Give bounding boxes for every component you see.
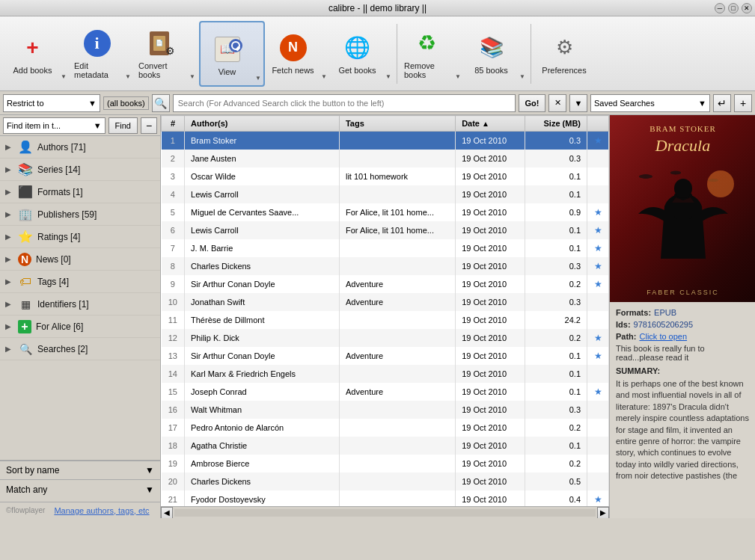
col-author[interactable]: Author(s)	[185, 116, 340, 132]
formats-value: EPUB	[654, 308, 676, 317]
convert-books-button[interactable]: 📄 ⚙ Convert books	[135, 21, 187, 87]
close-button[interactable]: ✕	[742, 3, 752, 13]
books-count-arrow-icon: ▼	[519, 73, 525, 80]
table-row[interactable]: 2 Jane Austen 19 Oct 2010 0.3	[162, 150, 609, 167]
svg-point-5	[675, 172, 681, 174]
table-row[interactable]: 5 Miguel de Cervantes Saave... For Alice…	[162, 203, 609, 221]
cell-date: 19 Oct 2010	[456, 239, 525, 257]
flag-icon: ★	[594, 243, 602, 253]
sidebar-item-tags[interactable]: ▶ 🏷 Tags [4]	[0, 271, 160, 293]
minimize-button[interactable]: ─	[715, 3, 725, 13]
col-date[interactable]: Date ▲	[456, 116, 525, 132]
save-search-button[interactable]: ↵	[713, 94, 731, 112]
sidebar-item-series[interactable]: ▶ 📚 Series [14]	[0, 159, 160, 181]
sidebar-item-publishers[interactable]: ▶ 🏢 Publishers [59]	[0, 203, 160, 226]
table-row[interactable]: 15 Joseph Conrad Adventure 19 Oct 2010 0…	[162, 383, 609, 401]
table-row[interactable]: 8 Charles Dickens 19 Oct 2010 0.3 ★	[162, 257, 609, 275]
table-row[interactable]: 6 Lewis Carroll For Alice, lit 101 home.…	[162, 221, 609, 239]
add-books-button[interactable]: + Add books	[6, 21, 58, 87]
get-books-button[interactable]: 🌐 Get books	[331, 21, 383, 87]
col-size[interactable]: Size (MB)	[525, 116, 587, 132]
book-cover: Bram Stoker Dracula	[610, 115, 755, 302]
fetch-news-button[interactable]: N Fetch news	[266, 21, 319, 87]
find-button[interactable]: Find	[108, 117, 138, 134]
table-row[interactable]: 13 Sir Arthur Conan Doyle Adventure 19 O…	[162, 347, 609, 365]
saved-searches-combo[interactable]: Saved Searches ▼	[590, 94, 710, 112]
books-count-dropdown[interactable]: ▼	[517, 21, 528, 87]
table-row[interactable]: 17 Pedro Antonio de Alarcón 19 Oct 2010 …	[162, 419, 609, 437]
view-dropdown[interactable]: ▼	[253, 22, 263, 88]
search-history-button[interactable]: ▼	[569, 94, 587, 112]
restrict-to-combo[interactable]: Restrict to ▼	[3, 94, 100, 112]
cell-tags: Adventure	[339, 275, 455, 293]
get-books-label: Get books	[338, 66, 376, 75]
sidebar-item-foralice[interactable]: ▶ + For Alice [6]	[0, 316, 160, 338]
table-row[interactable]: 7 J. M. Barrie 19 Oct 2010 0.1 ★	[162, 239, 609, 257]
sidebar-item-identifiers[interactable]: ▶ ▦ Identifiers [1]	[0, 293, 160, 316]
flag-icon: ★	[594, 494, 602, 505]
clear-search-button[interactable]: ✕	[548, 94, 566, 112]
convert-books-dropdown[interactable]: ▼	[187, 21, 198, 87]
sort-by-combo[interactable]: Sort by name ▼	[0, 461, 160, 480]
book-table[interactable]: # Author(s) Tags Date ▲ Size (MB) 1 Bram…	[161, 115, 609, 506]
table-row[interactable]: 10 Jonathan Swift Adventure 19 Oct 2010 …	[162, 293, 609, 311]
remove-books-dropdown[interactable]: ▼	[453, 21, 463, 87]
table-row[interactable]: 1 Bram Stoker 19 Oct 2010 0.3 ★	[162, 132, 609, 150]
cell-flag: ★	[587, 257, 609, 275]
get-books-icon: 🌐	[343, 33, 373, 63]
col-flag[interactable]	[587, 116, 609, 132]
cell-num: 3	[162, 167, 185, 185]
fetch-news-dropdown[interactable]: ▼	[319, 21, 329, 87]
books-count-button[interactable]: 📚 85 books	[465, 21, 517, 87]
cell-num: 9	[162, 275, 185, 293]
scroll-track[interactable]	[174, 509, 596, 517]
add-saved-search-button[interactable]: +	[734, 94, 752, 112]
sidebar-item-searches[interactable]: ▶ 🔍 Searches [2]	[0, 338, 160, 360]
find-in-combo[interactable]: Find item in t... ▼	[3, 117, 106, 134]
col-tags[interactable]: Tags	[339, 116, 455, 132]
table-row[interactable]: 19 Ambrose Bierce 19 Oct 2010 0.2	[162, 455, 609, 473]
table-row[interactable]: 4 Lewis Carroll 19 Oct 2010 0.1	[162, 185, 609, 203]
table-row[interactable]: 20 Charles Dickens 19 Oct 2010 0.5	[162, 473, 609, 490]
cell-flag: ★	[587, 490, 609, 507]
horizontal-scrollbar[interactable]: ◀ ▶	[161, 506, 609, 518]
sidebar-item-ratings[interactable]: ▶ ⭐ Ratings [4]	[0, 226, 160, 248]
go-button[interactable]: Go!	[519, 94, 545, 112]
find-minus-button[interactable]: −	[141, 117, 157, 134]
table-row[interactable]: 11 Thérèse de Dillmont 19 Oct 2010 24.2	[162, 311, 609, 329]
sidebar-item-news[interactable]: ▶ N News [0]	[0, 248, 160, 271]
advanced-search-button[interactable]: 🔍	[152, 94, 170, 112]
edit-metadata-button[interactable]: i Edit metadata	[70, 21, 123, 87]
view-icon: 📖	[213, 34, 242, 64]
edit-metadata-dropdown[interactable]: ▼	[123, 21, 133, 87]
cell-size: 0.1	[525, 185, 587, 203]
table-row[interactable]: 21 Fyodor Dostoyevsky 19 Oct 2010 0.4 ★	[162, 490, 609, 507]
scroll-right-button[interactable]: ▶	[597, 507, 609, 519]
cell-author: Oscar Wilde	[185, 167, 340, 185]
match-combo[interactable]: Match any ▼	[0, 480, 160, 499]
remove-books-button[interactable]: ♻ Remove books	[400, 21, 453, 87]
table-row[interactable]: 12 Philip K. Dick 19 Oct 2010 0.2 ★	[162, 329, 609, 347]
sidebar-item-formats[interactable]: ▶ ⬛ Formats [1]	[0, 181, 160, 203]
preferences-button[interactable]: ⚙ Preferences	[534, 21, 594, 87]
maximize-button[interactable]: □	[728, 3, 739, 13]
table-row[interactable]: 18 Agatha Christie 19 Oct 2010 0.1	[162, 437, 609, 455]
col-num[interactable]: #	[162, 116, 185, 132]
add-books-dropdown[interactable]: ▼	[58, 21, 69, 87]
sidebar-item-authors[interactable]: ▶ 👤 Authors [71]	[0, 136, 160, 159]
path-link[interactable]: Click to open	[640, 332, 688, 341]
scroll-left-button[interactable]: ◀	[161, 507, 173, 519]
table-row[interactable]: 9 Sir Arthur Conan Doyle Adventure 19 Oc…	[162, 275, 609, 293]
bottom-bar: ©flowplayer Manage authors, tags, etc	[0, 502, 160, 518]
table-row[interactable]: 16 Walt Whitman 19 Oct 2010 0.3	[162, 401, 609, 419]
identifiers-expand-icon: ▶	[3, 299, 13, 310]
table-row[interactable]: 3 Oscar Wilde lit 101 homework 19 Oct 20…	[162, 167, 609, 185]
table-row[interactable]: 14 Karl Marx & Friedrich Engels 19 Oct 2…	[162, 365, 609, 383]
get-books-dropdown[interactable]: ▼	[383, 21, 394, 87]
manage-authors-link[interactable]: Manage authors, tags, etc	[54, 506, 149, 515]
search-input[interactable]	[173, 94, 516, 112]
cell-tags	[339, 132, 455, 150]
cell-author: Sir Arthur Conan Doyle	[185, 347, 340, 365]
cell-date: 19 Oct 2010	[456, 401, 525, 419]
view-button[interactable]: 📖 View	[201, 22, 253, 88]
